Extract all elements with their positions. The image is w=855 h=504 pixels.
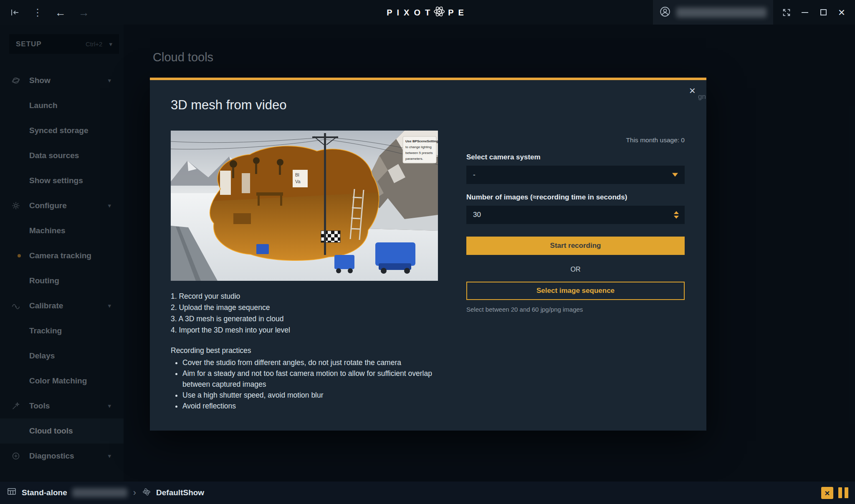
stop-close-button[interactable]: × (821, 487, 833, 499)
image-count-helper-text: Select between 20 and 60 jpg/png images (466, 306, 685, 313)
collapse-sidebar-icon[interactable] (10, 8, 20, 18)
step-1: 1. Record your studio (171, 291, 438, 302)
atom-icon (433, 5, 445, 20)
best-practices-title: Recording best practices (171, 346, 438, 355)
select-image-sequence-button[interactable]: Select image sequence (466, 282, 685, 300)
current-show-item[interactable]: DefaultShow (142, 487, 204, 498)
background-text-fragment: gn (698, 93, 706, 101)
image-annotation-card: Use BPSceneSettings to change lighting b… (403, 136, 438, 163)
fit-screen-icon[interactable] (782, 8, 792, 18)
annotation-line-4: parameters. (405, 157, 423, 161)
wall-sign-line-1: Bl (295, 172, 299, 177)
mesh-from-video-dialog: × gn 3D mesh from video (150, 78, 706, 431)
or-separator: OR (466, 266, 685, 273)
user-icon (660, 6, 670, 19)
practice-item: Use a high shutter speed, avoid motion b… (182, 390, 438, 401)
standalone-mode-item[interactable]: Stand-alone (7, 487, 127, 499)
step-up-icon[interactable] (674, 211, 679, 214)
account-menu[interactable] (653, 0, 773, 25)
logo-text-left: PIXOT (387, 8, 435, 17)
workflow-steps: 1. Record your studio 2. Upload the imag… (171, 291, 438, 336)
step-down-icon[interactable] (674, 216, 679, 219)
studio-scan-preview-image: Bl Va (171, 131, 438, 281)
camera-system-label: Select camera system (466, 153, 685, 161)
step-3: 3. A 3D mesh is generated in cloud (171, 313, 438, 325)
statusbar: Stand-alone › DefaultShow × (0, 481, 855, 504)
number-stepper[interactable] (674, 211, 679, 219)
chevron-down-icon (672, 173, 678, 177)
start-recording-button[interactable]: Start recording (466, 237, 685, 255)
dialog-title: 3D mesh from video (171, 98, 286, 113)
camera-system-value: - (473, 171, 476, 179)
redacted-project-blur (72, 488, 127, 497)
dialog-right-column: This month usage: 0 Select camera system… (466, 131, 685, 313)
maximize-button[interactable] (818, 8, 828, 18)
number-of-images-label: Number of images (≈recording time in sec… (466, 193, 685, 202)
redacted-username-blur (676, 8, 766, 18)
practice-item: Aim for a steady and not too fast camera… (182, 368, 438, 390)
monthly-usage-label: This month usage: 0 (466, 136, 685, 144)
number-of-images-input[interactable] (473, 211, 678, 219)
step-4: 4. Import the 3D mesh into your level (171, 325, 438, 336)
number-of-images-field (466, 206, 685, 224)
pause-button[interactable] (838, 487, 848, 498)
app-window: ⋮ ← → PIXOT PE (0, 0, 855, 504)
show-atom-icon (142, 487, 151, 498)
camera-system-select[interactable]: - (466, 166, 685, 184)
logo-text-right: PE (448, 8, 468, 17)
forward-icon: → (78, 7, 89, 18)
kebab-menu-icon[interactable]: ⋮ (33, 8, 43, 18)
minimize-button[interactable] (800, 8, 810, 18)
annotation-line-3: between 5 presets (405, 151, 433, 155)
monitor-icon (7, 487, 17, 499)
annotation-line-2: to change lighting (405, 145, 432, 149)
close-window-button[interactable]: × (837, 8, 847, 18)
annotation-line-1: Use BPSceneSettings (405, 139, 438, 143)
breadcrumb-chevron-icon: › (133, 487, 136, 498)
show-name-label: DefaultShow (156, 488, 204, 497)
step-2: 2. Upload the image sequence (171, 302, 438, 313)
back-icon[interactable]: ← (55, 7, 66, 18)
dialog-left-column: Bl Va (171, 131, 438, 411)
practice-item: Avoid reflections (182, 401, 438, 411)
best-practices-list: Cover the studio from different angles, … (174, 357, 438, 411)
practice-item: Cover the studio from different angles, … (182, 357, 438, 368)
mode-label: Stand-alone (22, 488, 67, 497)
pixotope-logo: PIXOT PE (387, 5, 468, 20)
wall-sign-line-2: Va (295, 179, 301, 184)
titlebar: ⋮ ← → PIXOT PE (0, 0, 855, 25)
close-icon[interactable]: × (689, 85, 696, 96)
